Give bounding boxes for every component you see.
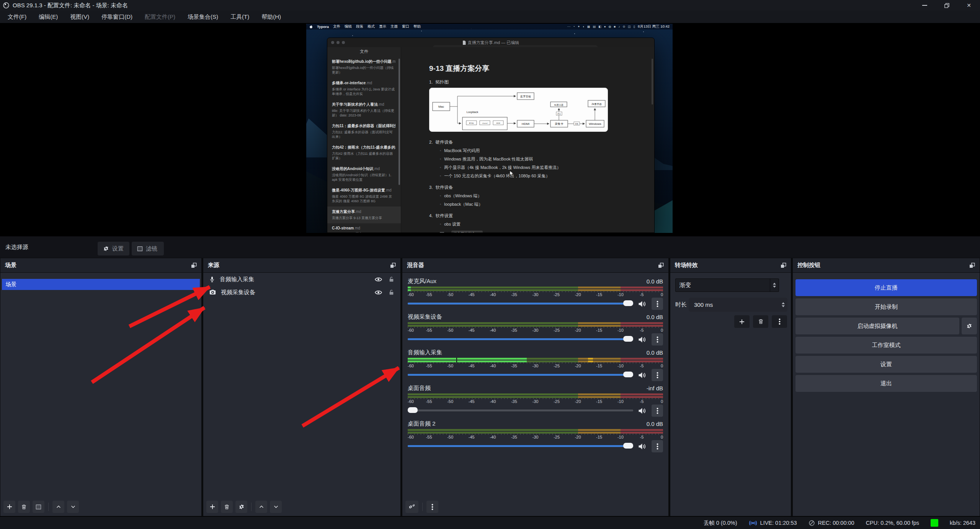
settings-button[interactable]: 设置 [795, 356, 977, 373]
lock-icon[interactable] [389, 276, 394, 282]
volume-slider[interactable] [408, 334, 633, 344]
mixer-menu-button[interactable] [426, 501, 438, 513]
start-virtualcam-button[interactable]: 启动虚拟摄像机 [795, 318, 959, 334]
channel-options-button[interactable] [652, 369, 663, 381]
channel-options-button[interactable] [652, 333, 663, 346]
image-placeholder-row[interactable]: ![]( 输入图片描述 ) [440, 231, 639, 233]
menu-item[interactable]: 工具(T) [224, 11, 255, 23]
source-settings-button[interactable]: 设置 [98, 242, 129, 255]
virtualcam-config-button[interactable] [962, 318, 977, 334]
remove-transition-button[interactable] [753, 315, 768, 328]
file-list-item[interactable]: 部署hexo到github.io的一些小问题.md部署hexo到github.i… [327, 56, 401, 78]
close-button[interactable]: ✕ [958, 0, 980, 11]
move-source-down-button[interactable] [270, 501, 282, 513]
move-scene-up-button[interactable] [52, 501, 64, 513]
menu-item[interactable]: 配置文件(P) [139, 11, 181, 23]
menu-item[interactable]: 视图(V) [64, 11, 95, 23]
mac-menu-item[interactable]: 主题 [390, 24, 398, 29]
popout-icon[interactable] [780, 262, 786, 269]
mute-button[interactable] [638, 301, 647, 307]
volume-slider[interactable] [408, 299, 633, 309]
volume-slider-handle[interactable] [623, 443, 633, 449]
preview-canvas[interactable]: Typora 文件编辑段落格式显示主题窗口帮助 ⋯◔✦◐▦▤◧●◍■♪⊙◫▯ 8… [0, 23, 980, 236]
volume-slider-handle[interactable] [623, 336, 633, 342]
restore-button[interactable] [936, 0, 958, 11]
popout-icon[interactable] [191, 262, 197, 269]
popout-icon[interactable] [969, 262, 975, 269]
transition-select[interactable]: 渐变 [675, 278, 779, 292]
select-spinner[interactable] [770, 279, 779, 292]
file-list-item[interactable]: 力扣11：盛最多水的容器（面试得到没...力扣11: 盛最多水的容器（面试得到没… [327, 121, 401, 142]
mute-button[interactable] [638, 372, 647, 378]
db-tick: -25 [554, 292, 560, 297]
visibility-eye-icon[interactable] [375, 290, 382, 295]
channel-options-button[interactable] [652, 405, 663, 417]
mac-menu-item[interactable]: 段落 [356, 24, 363, 29]
add-transition-button[interactable] [734, 315, 750, 328]
file-list-item[interactable]: 力扣42：接雨水（力扣11-盛水最多的...力扣42 接雨水（力扣11 盛最多水… [327, 142, 401, 164]
file-list-item[interactable]: 多继承-or-interface.md多继承 or interface 为什么 … [327, 78, 401, 99]
duration-spinbox[interactable]: 300 ms [689, 298, 787, 312]
visibility-eye-icon[interactable] [375, 277, 382, 282]
mac-close-icon[interactable] [331, 41, 334, 44]
source-row-video-capture[interactable]: 视频采集设备 [203, 286, 400, 299]
menu-item[interactable]: 编辑(E) [33, 11, 64, 23]
transition-properties-button[interactable] [772, 315, 787, 328]
exit-button[interactable]: 退出 [795, 375, 977, 392]
channel-options-button[interactable] [652, 298, 663, 310]
lock-icon[interactable] [389, 289, 394, 295]
menu-item[interactable]: 场景集合(S) [181, 11, 224, 23]
volume-slider-handle[interactable] [623, 300, 633, 306]
mac-menu-item[interactable]: 帮助 [413, 24, 421, 29]
spinbox-arrows[interactable] [779, 298, 787, 312]
sidebar-scrollbar[interactable] [399, 59, 400, 185]
advanced-audio-button[interactable] [405, 501, 418, 513]
file-list-item[interactable]: 没啥用的Android小知识.md没啥用的Android小知识（持续更新）1. … [327, 164, 401, 185]
mute-button[interactable] [638, 408, 647, 414]
mute-button[interactable] [638, 443, 647, 450]
menu-item[interactable]: 停靠窗口(D) [95, 11, 139, 23]
popout-icon[interactable] [390, 262, 396, 269]
studio-mode-button[interactable]: 工作室模式 [795, 337, 977, 354]
menu-item[interactable]: 文件(F) [2, 11, 33, 23]
mac-menu-item[interactable]: 显示 [379, 24, 386, 29]
move-source-up-button[interactable] [255, 501, 267, 513]
volume-slider[interactable] [408, 441, 633, 451]
remove-source-button[interactable] [221, 501, 233, 513]
mac-app-name: Typora [317, 25, 329, 29]
popout-icon[interactable] [658, 262, 664, 269]
volume-slider-handle[interactable] [408, 407, 418, 413]
image-placeholder-chip[interactable]: 输入图片描述 [451, 231, 483, 233]
volume-slider-handle[interactable] [623, 372, 633, 377]
source-filters-button[interactable]: 滤镜 [132, 242, 164, 255]
typora-document[interactable]: 9-13 直播方案分享 1.拓扑图 [401, 47, 654, 233]
scene-filters-button[interactable] [33, 501, 44, 513]
mac-zoom-icon[interactable] [342, 41, 345, 44]
file-list-item[interactable]: 关于学习新技术的个人看法.mdtitle: 关于学习新技术的个人看法（持续更新）… [327, 99, 401, 121]
document-scrollbar[interactable] [652, 59, 653, 105]
source-properties-button[interactable] [235, 501, 247, 513]
scene-list-item[interactable]: 场景 [2, 279, 200, 290]
channel-options-button[interactable] [652, 440, 663, 452]
file-list-item[interactable]: 直播方案分享.md直播方案分享 9-13 直播方案分享 [327, 206, 401, 223]
volume-slider[interactable] [408, 370, 633, 380]
menu-item[interactable]: 帮助(H) [255, 11, 287, 23]
mac-minimize-icon[interactable] [336, 41, 340, 44]
add-scene-button[interactable] [3, 501, 15, 513]
file-list-item[interactable]: 微星-4060-万图师-8G-游戏设置.md微星 4060 万图师 8G 游戏设… [327, 185, 401, 206]
file-list-item[interactable]: C-IO-stream.mdC++ IO stream 简介 [327, 223, 401, 233]
remove-scene-button[interactable] [18, 501, 30, 513]
source-row-audio-input[interactable]: 音频输入采集 [203, 273, 400, 286]
mac-menu-item[interactable]: 编辑 [345, 24, 352, 29]
minimize-button[interactable] [913, 0, 936, 11]
move-scene-down-button[interactable] [67, 501, 79, 513]
add-source-button[interactable] [206, 501, 218, 513]
volume-slider[interactable] [408, 406, 633, 416]
stop-streaming-button[interactable]: 停止直播 [795, 279, 977, 296]
mute-button[interactable] [638, 336, 647, 343]
mac-menu-item[interactable]: 文件 [333, 24, 340, 29]
mac-menu-item[interactable]: 格式 [368, 24, 375, 29]
traffic-lights[interactable] [331, 41, 345, 44]
mac-menu-item[interactable]: 窗口 [402, 24, 409, 29]
start-recording-button[interactable]: 开始录制 [795, 298, 977, 315]
